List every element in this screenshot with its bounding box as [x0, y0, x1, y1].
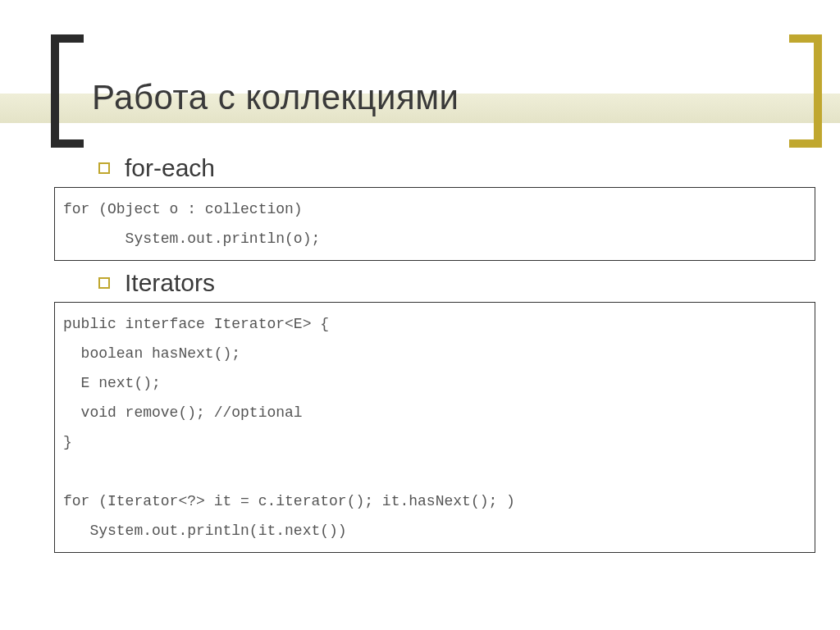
bullet-item: for-each: [98, 154, 815, 182]
bracket-right-icon: [789, 34, 822, 148]
code-block-iterator: public interface Iterator<E> { boolean h…: [54, 302, 815, 553]
square-bullet-icon: [98, 277, 110, 289]
slide-content: for-each for (Object o : collection) Sys…: [54, 153, 815, 561]
code-block-foreach: for (Object o : collection) System.out.p…: [54, 187, 815, 261]
bullet-label: for-each: [125, 154, 215, 182]
bracket-left-icon: [51, 34, 84, 148]
bullet-label: Iterators: [125, 269, 215, 297]
slide-title: Работа с коллекциями: [92, 78, 459, 117]
slide: Работа с коллекциями for-each for (Objec…: [0, 0, 840, 630]
square-bullet-icon: [98, 162, 110, 174]
bullet-item: Iterators: [98, 269, 815, 297]
